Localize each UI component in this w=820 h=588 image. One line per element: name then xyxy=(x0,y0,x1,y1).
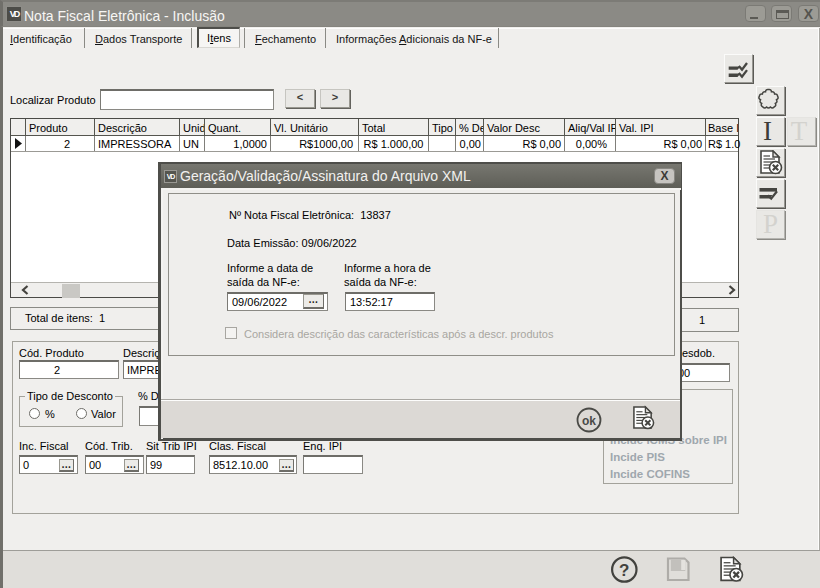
svg-text:?: ? xyxy=(619,561,629,580)
svg-text:ok: ok xyxy=(582,414,596,428)
